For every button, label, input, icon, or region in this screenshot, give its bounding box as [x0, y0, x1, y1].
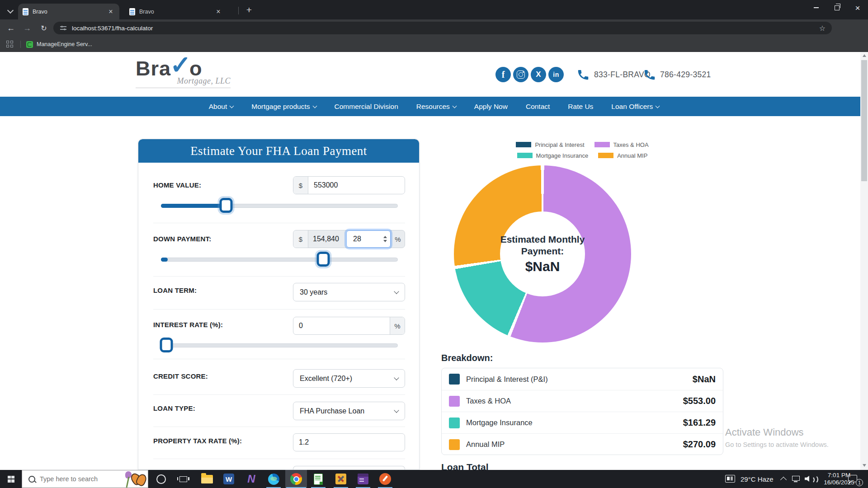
nav-commercial-division[interactable]: Commercial Division: [335, 103, 398, 111]
slider-track[interactable]: [161, 258, 398, 262]
news-weather-icon[interactable]: [725, 475, 735, 483]
cortana-button[interactable]: [150, 470, 172, 488]
back-button[interactable]: ←: [5, 22, 17, 34]
terminal-app-icon: [358, 474, 368, 484]
browser-tab-2[interactable]: Bravo ×: [125, 4, 227, 19]
task-view-icon: [179, 476, 187, 482]
weather-status[interactable]: 29°C Haze: [741, 470, 774, 488]
down-payment-slider-handle[interactable]: [316, 252, 330, 267]
legend-swatch: [594, 142, 610, 147]
home-value-field: $: [293, 176, 405, 194]
app-tools-button[interactable]: [330, 470, 352, 488]
window-restore-button[interactable]: [826, 0, 847, 15]
home-value-label: HOME VALUE:: [153, 181, 201, 189]
visual-studio-button[interactable]: N: [241, 470, 262, 488]
start-button[interactable]: [0, 470, 22, 488]
new-tab-button[interactable]: +: [243, 4, 255, 17]
nav-loan-officers[interactable]: Loan Officers: [611, 103, 659, 111]
cortana-icon: [156, 474, 166, 484]
nav-resources[interactable]: Resources: [416, 103, 456, 111]
slider-fill: [161, 258, 168, 262]
tab-search-button[interactable]: [5, 5, 16, 16]
divider: [20, 41, 21, 48]
browser-tab-1[interactable]: Bravo ×: [18, 4, 119, 19]
url-text[interactable]: localhost:53671/fha-calculator: [72, 25, 819, 32]
loan-term-label: LOAN TERM:: [153, 286, 197, 294]
bookmarks-bar: ManageEngine Serv...: [0, 37, 868, 52]
task-view-button[interactable]: [172, 470, 194, 488]
linkedin-icon[interactable]: in: [548, 67, 564, 82]
legend-mortgage-insurance[interactable]: Mortgage Insurance: [517, 151, 589, 160]
loan-term-select[interactable]: 30 years: [293, 283, 405, 301]
network-icon[interactable]: [792, 476, 800, 481]
app-editor-button[interactable]: [374, 470, 396, 488]
tab-close-icon[interactable]: ×: [214, 8, 222, 16]
phone-number-2[interactable]: 786-429-3521: [660, 70, 711, 80]
dollar-prefix: $: [293, 177, 308, 194]
scrollbar-down-icon[interactable]: [863, 464, 866, 467]
apps-grid-icon[interactable]: [6, 41, 13, 47]
interest-rate-input[interactable]: [293, 317, 390, 334]
down-payment-percent-spinner[interactable]: [346, 230, 391, 248]
tray-expand-icon[interactable]: [780, 477, 787, 483]
scrollbar-up-icon[interactable]: [863, 54, 866, 57]
nav-mortgage-products[interactable]: Mortgage products: [251, 103, 316, 111]
down-payment-slider[interactable]: [161, 252, 398, 267]
window-minimize-button[interactable]: [806, 0, 826, 15]
x-twitter-icon[interactable]: X: [531, 67, 546, 82]
facebook-icon[interactable]: f: [495, 67, 511, 82]
bookmark-star-icon[interactable]: ☆: [819, 24, 826, 33]
word-button[interactable]: W: [218, 470, 240, 488]
file-explorer-button[interactable]: [196, 470, 218, 488]
bravo-logo[interactable]: Bra✓o Mortgage, LLC: [136, 55, 231, 88]
app-document-button[interactable]: [307, 470, 329, 488]
notification-badge[interactable]: 1: [856, 479, 863, 486]
home-value-slider[interactable]: [161, 198, 398, 213]
phone-number-1[interactable]: 833-FL-BRAVO: [594, 70, 651, 80]
chrome-button[interactable]: [285, 470, 307, 488]
nav-contact[interactable]: Contact: [526, 103, 550, 111]
interest-rate-slider-handle[interactable]: [160, 338, 173, 352]
loan-type-select[interactable]: FHA Purchase Loan: [293, 402, 405, 420]
activate-windows-watermark: Activate Windows: [725, 427, 804, 438]
address-bar[interactable]: localhost:53671/fha-calculator ☆: [53, 22, 832, 34]
site-settings-icon[interactable]: [60, 25, 66, 31]
bookmark-label: ManageEngine Serv...: [37, 41, 92, 47]
interest-rate-slider[interactable]: [161, 338, 398, 353]
home-value-input[interactable]: [308, 177, 405, 194]
instagram-icon[interactable]: [513, 67, 528, 82]
window-close-button[interactable]: ×: [847, 0, 868, 15]
estimated-payment-value: $NaN: [525, 259, 560, 274]
bookmark-manageengine[interactable]: ManageEngine Serv...: [26, 39, 92, 49]
down-payment-amount: 154,840: [308, 230, 346, 248]
property-tax-label: PROPERTY TAX RATE (%):: [153, 437, 242, 445]
edge-button[interactable]: [263, 470, 284, 488]
legend-taxes-hoa[interactable]: Taxes & HOA: [594, 140, 649, 149]
tab-close-icon[interactable]: ×: [107, 8, 115, 16]
nav-about[interactable]: About: [209, 103, 234, 111]
fha-calculator-card: Estimate Your FHA Loan Payment HOME VALU…: [138, 139, 420, 470]
reload-button[interactable]: ↻: [38, 22, 50, 34]
legend-annual-mip[interactable]: Annual MIP: [598, 151, 647, 160]
chevron-down-icon: [656, 103, 660, 108]
chart-legend-row-2: Mortgage Insurance Annual MIP: [441, 151, 723, 160]
legend-principal-interest[interactable]: Principal & Interest: [516, 140, 584, 149]
document-app-icon: [314, 474, 323, 485]
windows-taskbar: W N 29°C Haze 7:01 PM 16/06/2025: [0, 470, 868, 488]
spinner-arrows-icon[interactable]: [383, 231, 387, 247]
home-value-slider-handle[interactable]: [219, 198, 232, 213]
credit-score-select[interactable]: Excellent (720+): [293, 369, 405, 388]
loan-type-label: LOAN TYPE:: [153, 404, 195, 412]
butterfly-widget-icon[interactable]: [123, 470, 148, 488]
scrollbar-thumb[interactable]: [861, 60, 867, 181]
interest-rate-field: %: [293, 317, 405, 335]
color-swatch: [449, 439, 460, 450]
app-terminal-button[interactable]: [352, 470, 374, 488]
forward-button[interactable]: →: [21, 22, 33, 34]
nav-apply-now[interactable]: Apply Now: [474, 103, 508, 111]
slider-track[interactable]: [161, 343, 398, 347]
taskbar-search-input[interactable]: [35, 475, 123, 483]
nav-rate-us[interactable]: Rate Us: [568, 103, 593, 111]
taskbar-search[interactable]: [22, 470, 148, 488]
property-tax-input[interactable]: [293, 434, 405, 451]
